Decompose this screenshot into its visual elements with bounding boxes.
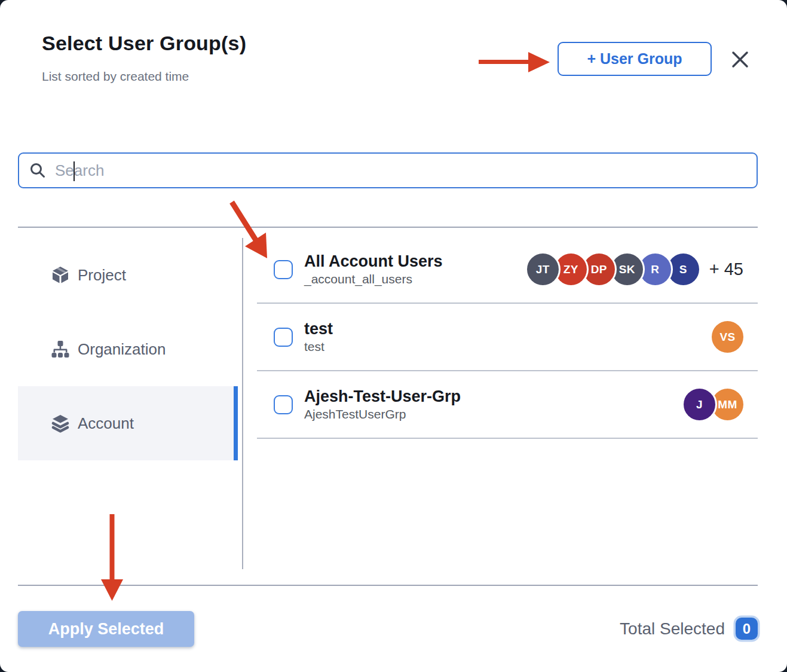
layers-icon	[51, 414, 70, 433]
avatar: R	[639, 253, 671, 285]
group-checkbox[interactable]	[274, 328, 293, 347]
modal-title: Select User Group(s)	[42, 32, 246, 55]
sidebar-item-account[interactable]: Account	[18, 386, 238, 460]
search-input[interactable]	[54, 158, 757, 183]
group-row-all-account-users[interactable]: All Account Users _account_all_users JT …	[257, 236, 758, 304]
sidebar-divider	[242, 238, 243, 569]
extra-members-count: + 45	[709, 259, 743, 279]
sidebar-item-label: Organization	[78, 340, 166, 359]
group-name: All Account Users	[304, 252, 443, 271]
group-id: test	[304, 338, 333, 355]
group-row-ajesh-test-user-grp[interactable]: Ajesh-Test-User-Grp AjeshTestUserGrp J M…	[257, 371, 758, 439]
scope-sidebar: Project Organization	[18, 238, 238, 460]
sidebar-item-organization[interactable]: Organization	[18, 312, 238, 386]
avatar-stack: VS	[712, 321, 743, 353]
group-id: _account_all_users	[304, 271, 443, 287]
arrow-to-apply-button-icon	[101, 514, 123, 601]
group-row-test[interactable]: test test VS	[257, 304, 758, 371]
cube-icon	[51, 265, 70, 285]
group-id: AjeshTestUserGrp	[304, 406, 461, 422]
apply-selected-button[interactable]: Apply Selected	[18, 611, 194, 647]
avatar: MM	[712, 389, 743, 420]
avatar: S	[667, 253, 699, 285]
group-name: test	[304, 319, 333, 338]
sidebar-item-project[interactable]: Project	[18, 238, 238, 312]
group-checkbox[interactable]	[274, 260, 293, 279]
user-group-list: All Account Users _account_all_users JT …	[257, 236, 758, 439]
footer-divider	[18, 585, 758, 586]
header-divider	[18, 227, 758, 228]
modal-subtitle: List sorted by created time	[42, 69, 189, 84]
text-cursor	[74, 161, 75, 181]
avatar-stack: JT ZY DP SK R S	[527, 253, 699, 285]
avatar: VS	[712, 321, 743, 353]
sidebar-item-label: Account	[78, 414, 134, 433]
avatar-stack: J MM	[684, 389, 743, 420]
avatar: J	[684, 389, 715, 420]
total-selected: Total Selected 0	[620, 618, 758, 640]
search-box	[18, 152, 758, 188]
group-name: Ajesh-Test-User-Grp	[304, 387, 461, 406]
avatar: ZY	[555, 253, 587, 285]
avatar: JT	[527, 253, 559, 285]
add-user-group-button[interactable]: + User Group	[558, 42, 712, 76]
search-icon	[29, 162, 46, 179]
avatar: DP	[583, 253, 615, 285]
close-icon[interactable]	[728, 47, 752, 71]
org-chart-icon	[51, 340, 70, 359]
group-checkbox[interactable]	[274, 395, 293, 414]
close-x-glyph	[730, 50, 750, 69]
total-selected-label: Total Selected	[620, 619, 725, 639]
avatar: SK	[611, 253, 643, 285]
arrow-to-user-group-button-icon	[479, 52, 550, 72]
sidebar-item-label: Project	[78, 266, 126, 285]
total-selected-count-badge: 0	[736, 618, 758, 640]
select-user-group-modal: Select User Group(s) List sorted by crea…	[0, 0, 787, 672]
